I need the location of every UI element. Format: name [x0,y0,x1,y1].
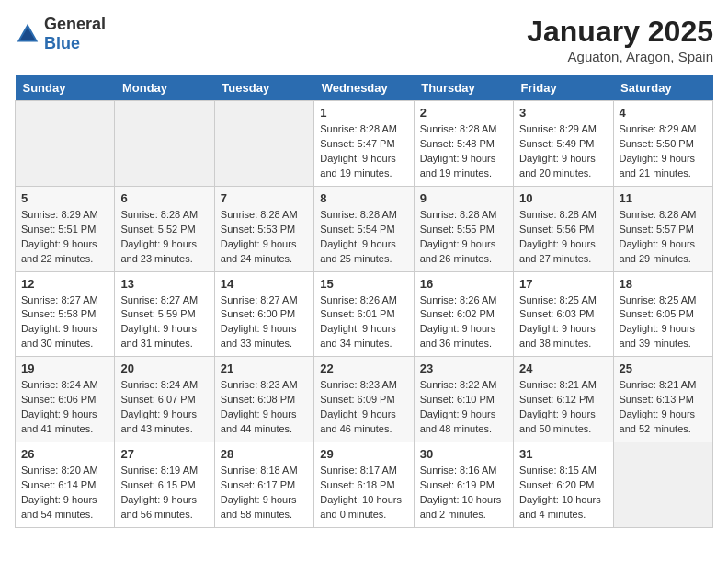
day-info: Sunrise: 8:19 AMSunset: 6:15 PMDaylight:… [120,464,208,523]
day-info: Sunrise: 8:27 AMSunset: 5:58 PMDaylight:… [21,293,108,352]
day-info: Sunrise: 8:20 AMSunset: 6:14 PMDaylight:… [21,464,108,523]
weekday-header: Sunday [16,75,115,101]
calendar-cell: 7Sunrise: 8:28 AMSunset: 5:53 PMDaylight… [214,186,313,271]
day-info: Sunrise: 8:16 AMSunset: 6:19 PMDaylight:… [420,464,507,523]
day-info: Sunrise: 8:26 AMSunset: 6:02 PMDaylight:… [420,293,507,352]
calendar-week-row: 1Sunrise: 8:28 AMSunset: 5:47 PMDaylight… [16,101,713,187]
day-info: Sunrise: 8:17 AMSunset: 6:18 PMDaylight:… [320,464,407,523]
weekday-header: Tuesday [214,75,313,101]
day-number: 15 [320,277,407,291]
calendar-week-row: 19Sunrise: 8:24 AMSunset: 6:06 PMDayligh… [16,357,713,442]
day-info: Sunrise: 8:21 AMSunset: 6:13 PMDaylight:… [620,378,707,437]
day-number: 13 [120,277,208,291]
calendar-body: 1Sunrise: 8:28 AMSunset: 5:47 PMDaylight… [16,101,713,528]
calendar-week-row: 26Sunrise: 8:20 AMSunset: 6:14 PMDayligh… [16,442,713,528]
day-info: Sunrise: 8:25 AMSunset: 6:03 PMDaylight:… [519,293,607,352]
calendar-cell: 15Sunrise: 8:26 AMSunset: 6:01 PMDayligh… [314,271,414,357]
day-number: 16 [420,277,507,291]
day-number: 21 [221,362,308,375]
day-info: Sunrise: 8:29 AMSunset: 5:50 PMDaylight:… [620,122,707,181]
calendar-cell: 29Sunrise: 8:17 AMSunset: 6:18 PMDayligh… [314,442,414,528]
calendar-cell: 21Sunrise: 8:23 AMSunset: 6:08 PMDayligh… [214,357,313,442]
calendar-cell: 3Sunrise: 8:29 AMSunset: 5:49 PMDaylight… [514,101,613,187]
calendar-cell: 18Sunrise: 8:25 AMSunset: 6:05 PMDayligh… [613,271,712,357]
day-number: 26 [21,447,108,461]
day-info: Sunrise: 8:24 AMSunset: 6:07 PMDaylight:… [120,378,208,437]
calendar-cell: 8Sunrise: 8:28 AMSunset: 5:54 PMDaylight… [314,186,414,271]
logo: General Blue [15,15,106,53]
day-number: 30 [420,447,507,461]
calendar-cell [16,101,115,187]
day-number: 2 [420,106,507,120]
calendar-cell: 20Sunrise: 8:24 AMSunset: 6:07 PMDayligh… [115,357,214,442]
day-info: Sunrise: 8:29 AMSunset: 5:49 PMDaylight:… [519,122,607,181]
day-number: 22 [320,362,407,375]
calendar-cell: 14Sunrise: 8:27 AMSunset: 6:00 PMDayligh… [214,271,313,357]
day-number: 24 [519,362,607,375]
calendar-cell: 22Sunrise: 8:23 AMSunset: 6:09 PMDayligh… [314,357,414,442]
day-number: 6 [120,191,208,205]
weekday-header: Saturday [613,75,712,101]
day-number: 17 [519,277,607,291]
logo-icon [15,21,40,47]
day-number: 18 [620,277,707,291]
day-info: Sunrise: 8:28 AMSunset: 5:52 PMDaylight:… [120,208,208,267]
day-number: 10 [519,191,607,205]
calendar-cell [115,101,214,187]
day-info: Sunrise: 8:23 AMSunset: 6:08 PMDaylight:… [221,378,308,437]
calendar-cell: 13Sunrise: 8:27 AMSunset: 5:59 PMDayligh… [115,271,214,357]
page-header: General Blue January 2025 Aguaton, Arago… [15,15,713,64]
day-info: Sunrise: 8:22 AMSunset: 6:10 PMDaylight:… [420,378,507,437]
day-info: Sunrise: 8:28 AMSunset: 5:54 PMDaylight:… [320,208,407,267]
calendar-subtitle: Aguaton, Aragon, Spain [527,49,713,64]
day-number: 1 [320,106,407,120]
day-info: Sunrise: 8:28 AMSunset: 5:56 PMDaylight:… [519,208,607,267]
title-block: January 2025 Aguaton, Aragon, Spain [527,15,713,64]
calendar-week-row: 5Sunrise: 8:29 AMSunset: 5:51 PMDaylight… [16,186,713,271]
calendar-cell: 6Sunrise: 8:28 AMSunset: 5:52 PMDaylight… [115,186,214,271]
calendar-cell: 5Sunrise: 8:29 AMSunset: 5:51 PMDaylight… [16,186,115,271]
calendar-title: January 2025 [527,15,713,49]
calendar-week-row: 12Sunrise: 8:27 AMSunset: 5:58 PMDayligh… [16,271,713,357]
day-info: Sunrise: 8:27 AMSunset: 5:59 PMDaylight:… [120,293,208,352]
calendar-cell [214,101,313,187]
day-info: Sunrise: 8:26 AMSunset: 6:01 PMDaylight:… [320,293,407,352]
calendar-header: SundayMondayTuesdayWednesdayThursdayFrid… [16,75,713,101]
day-number: 5 [21,191,108,205]
day-number: 27 [120,447,208,461]
day-info: Sunrise: 8:28 AMSunset: 5:47 PMDaylight:… [320,122,407,181]
day-number: 4 [620,106,707,120]
calendar-cell: 27Sunrise: 8:19 AMSunset: 6:15 PMDayligh… [115,442,214,528]
day-info: Sunrise: 8:27 AMSunset: 6:00 PMDaylight:… [221,293,308,352]
calendar-cell: 25Sunrise: 8:21 AMSunset: 6:13 PMDayligh… [613,357,712,442]
day-number: 14 [221,277,308,291]
logo-text-blue: Blue [44,34,80,52]
day-number: 23 [420,362,507,375]
weekday-header: Wednesday [314,75,414,101]
calendar-cell: 26Sunrise: 8:20 AMSunset: 6:14 PMDayligh… [16,442,115,528]
weekday-row: SundayMondayTuesdayWednesdayThursdayFrid… [16,75,713,101]
day-info: Sunrise: 8:15 AMSunset: 6:20 PMDaylight:… [519,464,607,523]
day-number: 19 [21,362,108,375]
calendar-cell: 24Sunrise: 8:21 AMSunset: 6:12 PMDayligh… [514,357,613,442]
calendar-cell: 4Sunrise: 8:29 AMSunset: 5:50 PMDaylight… [613,101,712,187]
day-info: Sunrise: 8:21 AMSunset: 6:12 PMDaylight:… [519,378,607,437]
calendar-cell: 28Sunrise: 8:18 AMSunset: 6:17 PMDayligh… [214,442,313,528]
calendar-cell: 17Sunrise: 8:25 AMSunset: 6:03 PMDayligh… [514,271,613,357]
day-info: Sunrise: 8:24 AMSunset: 6:06 PMDaylight:… [21,378,108,437]
day-info: Sunrise: 8:28 AMSunset: 5:57 PMDaylight:… [620,208,707,267]
calendar-cell [613,442,712,528]
day-info: Sunrise: 8:18 AMSunset: 6:17 PMDaylight:… [221,464,308,523]
day-number: 9 [420,191,507,205]
calendar-cell: 2Sunrise: 8:28 AMSunset: 5:48 PMDaylight… [414,101,513,187]
calendar-cell: 30Sunrise: 8:16 AMSunset: 6:19 PMDayligh… [414,442,513,528]
calendar-cell: 23Sunrise: 8:22 AMSunset: 6:10 PMDayligh… [414,357,513,442]
day-number: 11 [620,191,707,205]
calendar-cell: 12Sunrise: 8:27 AMSunset: 5:58 PMDayligh… [16,271,115,357]
day-number: 25 [620,362,707,375]
calendar-cell: 19Sunrise: 8:24 AMSunset: 6:06 PMDayligh… [16,357,115,442]
day-number: 31 [519,447,607,461]
day-info: Sunrise: 8:28 AMSunset: 5:48 PMDaylight:… [420,122,507,181]
day-number: 29 [320,447,407,461]
calendar-cell: 31Sunrise: 8:15 AMSunset: 6:20 PMDayligh… [514,442,613,528]
